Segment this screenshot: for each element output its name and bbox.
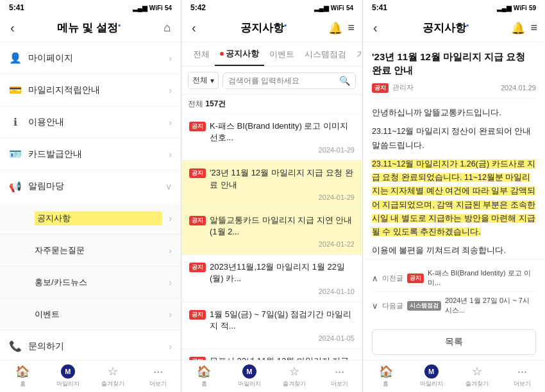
mileage-label: 마일리지적립안내 — [28, 85, 162, 96]
notice-item-5-top: 공지 1월 5일(금) ~ 7일(일) 점검기간 마일리지 적... — [189, 309, 355, 332]
search-input[interactable] — [228, 76, 337, 85]
notice-item-3[interactable]: 공지 알뜰교통카드 마일리지 지급 지연 안내(1월 2... 2024-01-… — [181, 208, 362, 255]
mid-header-title: 공지사항● — [199, 20, 329, 35]
notice-item-4-top: 공지 2023년11월,12월 마일리지 1월 22일(월) 카... — [189, 261, 355, 284]
count-row: 전체 157건 — [181, 95, 362, 114]
left-nav-mileage[interactable]: M 마일리지 — [46, 361, 91, 392]
notice-text-3: 알뜰교통카드 마일리지 지급 지연 안내(1월 2... — [210, 215, 355, 238]
notice-list: 공지 K-패스 BI(Brand Identity) 로고 이미지 선호... … — [181, 114, 362, 360]
right-header-icons: 🔔 ≡ — [511, 21, 537, 35]
mid-bottom-nav: 🏠 홈 M 마일리지 ☆ 즐겨찾기 ··· 더보기 — [181, 360, 362, 392]
right-nav-more[interactable]: ··· 더보기 — [499, 361, 545, 392]
menu-item-mypage[interactable]: 👤 마이페이지 › — [0, 42, 181, 74]
notice-date-5: 2024-01-05 — [189, 334, 355, 342]
article-title: '23년 11월 12월 마일리지 지급 요청 완료 안내 — [372, 50, 536, 77]
list-button[interactable]: 목록 — [372, 329, 536, 355]
notice-item-3-top: 공지 알뜰교통카드 마일리지 지급 지연 안내(1월 2... — [189, 215, 355, 238]
right-favorites-label: 즐겨찾기 — [465, 380, 489, 388]
faq-arrow: › — [169, 245, 172, 256]
left-mileage-label: 마일리지 — [56, 380, 80, 388]
menu-item-event[interactable]: 이벤트 › — [0, 298, 181, 331]
mileage-arrow: › — [169, 85, 172, 95]
notice-date-3: 2024-01-22 — [189, 240, 355, 248]
right-signal-icon: ▂▄▆ — [497, 4, 512, 12]
notice-tab-dot — [220, 52, 224, 56]
search-icon[interactable]: 🔍 — [339, 76, 350, 86]
notice-item-1-top: 공지 K-패스 BI(Brand Identity) 로고 이미지 선호... — [189, 120, 355, 143]
notice-item-2[interactable]: 공지 '23년 11월 12월 마일리지 지급 요청 완료 안내 2024-01… — [181, 161, 362, 208]
mid-home-icon: 🏠 — [197, 364, 211, 379]
notice-item-5[interactable]: 공지 1월 5일(금) ~ 7일(일) 점검기간 마일리지 적... 2024-… — [181, 302, 362, 349]
next-article-item[interactable]: ∨ 다음글 시스템점검 2024년 1월 27일 0시 ~ 7시 시스... — [372, 292, 536, 319]
mid-bell-icon[interactable]: 🔔 — [328, 21, 342, 35]
notice-item-2-top: 공지 '23년 11월 12월 마일리지 지급 요청 완료 안내 — [189, 167, 355, 190]
notice-item-6[interactable]: 공지 목포시 23년 11월 12월 마일리지 지급 안내 — [181, 349, 362, 360]
notice-text-6: 목포시 23년 11월 12월 마일리지 지급 안내 — [210, 355, 355, 360]
right-home-icon: 🏠 — [379, 364, 393, 379]
home-button[interactable]: ⌂ — [161, 19, 173, 37]
left-favorites-icon: ☆ — [108, 364, 118, 379]
right-status-bar: 5:41 ▂▄▆ WiFi 59 — [363, 0, 545, 14]
menu-item-alarm[interactable]: 📢 알림마당 ∨ — [0, 170, 181, 202]
search-input-wrap: 🔍 — [222, 72, 356, 89]
mid-nav-favorites[interactable]: ☆ 즐겨찾기 — [272, 361, 317, 392]
back-button[interactable]: ‹ — [8, 18, 17, 38]
mid-nav-more[interactable]: ··· 더보기 — [317, 361, 363, 392]
mileage-icon: 💳 — [9, 84, 22, 96]
battery-icon: 54 — [165, 4, 172, 12]
mid-back-button[interactable]: ‹ — [189, 18, 199, 38]
left-nav-favorites[interactable]: ☆ 즐겨찾기 — [90, 361, 136, 392]
menu-item-notice[interactable]: 공지사항 › — [0, 202, 181, 234]
tabs-row: 전체 공지사항 이벤트 시스템점검 기타 — [181, 42, 362, 67]
right-menu-icon[interactable]: ≡ — [530, 21, 537, 35]
search-row: 전체 ▾ 🔍 — [181, 67, 362, 95]
left-nav-more[interactable]: ··· 더보기 — [136, 361, 181, 392]
filter-select[interactable]: 전체 ▾ — [188, 72, 219, 89]
notice-item-4[interactable]: 공지 2023년11월,12월 마일리지 1월 22일(월) 카... 2024… — [181, 255, 362, 302]
right-wifi-icon: WiFi — [514, 4, 527, 12]
notice-text-4: 2023년11월,12월 마일리지 1월 22일(월) 카... — [210, 261, 355, 284]
tab-system[interactable]: 시스템점검 — [299, 42, 351, 66]
right-bell-icon[interactable]: 🔔 — [511, 21, 525, 35]
prev-text: K-패스 BI(Brand Identity) 로고 이미... — [428, 268, 536, 288]
guide-arrow: › — [169, 117, 172, 127]
mid-panel: 5:42 ▂▄▆ WiFi 54 ‹ 공지사항● 🔔 ≡ 전체 공지사항 이벤트… — [181, 0, 363, 392]
right-back-button[interactable]: ‹ — [371, 18, 380, 38]
left-header-title: 메뉴 및 설정● — [17, 20, 161, 35]
menu-item-pr[interactable]: 홍보/카드뉴스 › — [0, 266, 181, 298]
mid-mileage-label: 마일리지 — [238, 380, 261, 388]
menu-item-guide[interactable]: ℹ 이용안내 › — [0, 106, 181, 138]
menu-item-contact[interactable]: 📞 문의하기 › — [0, 331, 181, 360]
left-nav-home[interactable]: 🏠 홈 — [0, 361, 46, 392]
tab-event[interactable]: 이벤트 — [264, 42, 299, 66]
prev-article-item[interactable]: ∧ 이전글 공지 K-패스 BI(Brand Identity) 로고 이미..… — [372, 265, 536, 292]
right-panel: 5:41 ▂▄▆ WiFi 59 ‹ 공지사항● 🔔 ≡ '23년 11월 12… — [363, 0, 545, 392]
faq-label: 자주묻는질문 — [35, 245, 162, 256]
notice-date-1: 2024-01-29 — [189, 146, 355, 154]
right-more-label: 더보기 — [514, 380, 531, 388]
notice-item-1[interactable]: 공지 K-패스 BI(Brand Identity) 로고 이미지 선호... … — [181, 114, 362, 161]
right-nav-home[interactable]: 🏠 홈 — [363, 361, 408, 392]
tab-notice[interactable]: 공지사항 — [215, 42, 264, 66]
alarm-label: 알림마당 — [28, 181, 159, 192]
left-status-bar: 5:41 ▂▄▆ WiFi 54 — [0, 0, 181, 14]
menu-item-mileage[interactable]: 💳 마일리지적립안내 › — [0, 74, 181, 106]
tab-other[interactable]: 기타 — [351, 42, 362, 66]
right-nav-mileage[interactable]: M 마일리지 — [408, 361, 454, 392]
right-nav-favorites[interactable]: ☆ 즐겨찾기 — [454, 361, 499, 392]
mid-favorites-label: 즐겨찾기 — [283, 380, 306, 388]
menu-item-faq[interactable]: 자주묻는질문 › — [0, 234, 181, 266]
right-bottom-nav: 🏠 홈 M 마일리지 ☆ 즐겨찾기 ··· 더보기 — [363, 360, 545, 392]
tab-all[interactable]: 전체 — [188, 42, 215, 66]
left-home-icon: 🏠 — [15, 364, 29, 379]
contact-icon: 📞 — [9, 340, 22, 352]
mid-nav-mileage[interactable]: M 마일리지 — [227, 361, 272, 392]
menu-item-card[interactable]: 🪪 카드발급안내 › — [0, 138, 181, 170]
mid-nav-home[interactable]: 🏠 홈 — [181, 361, 227, 392]
mid-menu-icon[interactable]: ≡ — [348, 21, 355, 35]
article-nav: ∧ 이전글 공지 K-패스 BI(Brand Identity) 로고 이미..… — [363, 259, 545, 324]
left-more-icon: ··· — [153, 365, 163, 379]
signal-icon: ▂▄▆ — [133, 4, 147, 12]
contact-label: 문의하기 — [28, 341, 162, 352]
prev-label: 이전글 — [382, 274, 403, 283]
